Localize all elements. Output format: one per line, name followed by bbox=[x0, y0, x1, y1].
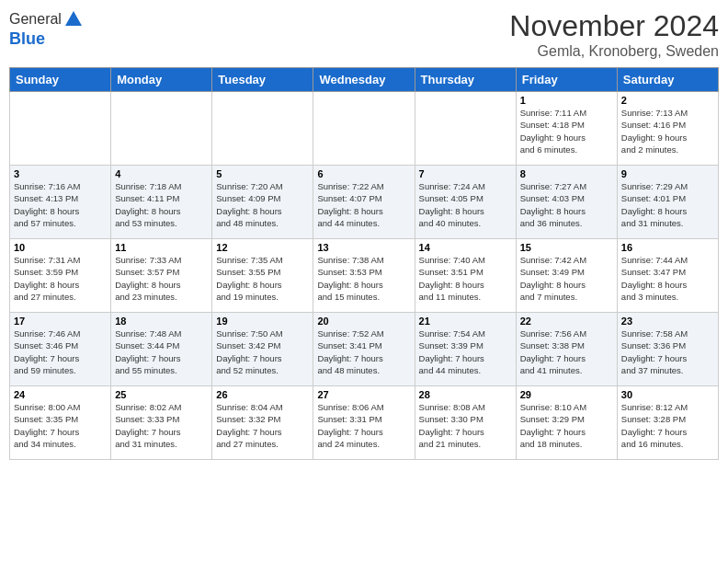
calendar-cell: 17Sunrise: 7:46 AM Sunset: 3:46 PM Dayli… bbox=[10, 313, 111, 386]
calendar-cell: 3Sunrise: 7:16 AM Sunset: 4:13 PM Daylig… bbox=[10, 166, 111, 239]
calendar-cell: 10Sunrise: 7:31 AM Sunset: 3:59 PM Dayli… bbox=[10, 239, 111, 313]
day-number: 20 bbox=[317, 316, 410, 327]
day-info: Sunrise: 7:22 AM Sunset: 4:07 PM Dayligh… bbox=[317, 180, 410, 229]
day-info: Sunrise: 8:00 AM Sunset: 3:35 PM Dayligh… bbox=[14, 401, 107, 450]
col-tuesday: Tuesday bbox=[212, 68, 313, 92]
calendar-cell bbox=[10, 92, 111, 166]
calendar-cell: 9Sunrise: 7:29 AM Sunset: 4:01 PM Daylig… bbox=[617, 166, 718, 239]
calendar-cell: 14Sunrise: 7:40 AM Sunset: 3:51 PM Dayli… bbox=[415, 239, 516, 313]
day-number: 6 bbox=[317, 168, 410, 179]
day-info: Sunrise: 8:04 AM Sunset: 3:32 PM Dayligh… bbox=[216, 401, 309, 450]
day-info: Sunrise: 8:06 AM Sunset: 3:31 PM Dayligh… bbox=[317, 401, 410, 450]
calendar-cell: 23Sunrise: 7:58 AM Sunset: 3:36 PM Dayli… bbox=[617, 313, 718, 386]
day-info: Sunrise: 7:56 AM Sunset: 3:38 PM Dayligh… bbox=[520, 327, 613, 376]
day-number: 23 bbox=[621, 316, 714, 327]
day-info: Sunrise: 7:46 AM Sunset: 3:46 PM Dayligh… bbox=[14, 327, 107, 376]
day-number: 29 bbox=[520, 389, 613, 400]
svg-marker-0 bbox=[65, 11, 82, 26]
calendar-cell: 13Sunrise: 7:38 AM Sunset: 3:53 PM Dayli… bbox=[313, 239, 415, 313]
day-number: 2 bbox=[621, 95, 714, 106]
day-number: 10 bbox=[14, 242, 107, 253]
logo-general-text: General bbox=[9, 11, 62, 28]
day-number: 28 bbox=[419, 389, 512, 400]
day-number: 26 bbox=[216, 389, 309, 400]
day-info: Sunrise: 8:02 AM Sunset: 3:33 PM Dayligh… bbox=[115, 401, 208, 450]
col-sunday: Sunday bbox=[10, 68, 111, 92]
calendar-cell: 20Sunrise: 7:52 AM Sunset: 3:41 PM Dayli… bbox=[313, 313, 415, 386]
day-number: 9 bbox=[621, 168, 714, 179]
calendar-cell: 24Sunrise: 8:00 AM Sunset: 3:35 PM Dayli… bbox=[10, 386, 111, 460]
calendar-cell bbox=[111, 92, 212, 166]
day-number: 8 bbox=[520, 168, 613, 179]
day-number: 13 bbox=[317, 242, 410, 253]
day-number: 7 bbox=[419, 168, 512, 179]
col-saturday: Saturday bbox=[617, 68, 718, 92]
day-number: 25 bbox=[115, 389, 208, 400]
calendar-cell: 1Sunrise: 7:11 AM Sunset: 4:18 PM Daylig… bbox=[516, 92, 617, 166]
day-number: 1 bbox=[520, 95, 613, 106]
calendar-cell bbox=[212, 92, 313, 166]
day-info: Sunrise: 7:33 AM Sunset: 3:57 PM Dayligh… bbox=[115, 254, 208, 303]
day-number: 3 bbox=[14, 168, 107, 179]
logo-icon bbox=[63, 9, 84, 29]
calendar-cell: 21Sunrise: 7:54 AM Sunset: 3:39 PM Dayli… bbox=[415, 313, 516, 386]
page: General Blue November 2024 Gemla, Kronob… bbox=[0, 0, 728, 563]
calendar-cell: 29Sunrise: 8:10 AM Sunset: 3:29 PM Dayli… bbox=[516, 386, 617, 460]
calendar-cell: 4Sunrise: 7:18 AM Sunset: 4:11 PM Daylig… bbox=[111, 166, 212, 239]
day-info: Sunrise: 7:58 AM Sunset: 3:36 PM Dayligh… bbox=[621, 327, 714, 376]
calendar-week-2: 10Sunrise: 7:31 AM Sunset: 3:59 PM Dayli… bbox=[10, 239, 719, 313]
day-number: 15 bbox=[520, 242, 613, 253]
calendar-table: Sunday Monday Tuesday Wednesday Thursday… bbox=[9, 67, 719, 460]
day-info: Sunrise: 8:10 AM Sunset: 3:29 PM Dayligh… bbox=[520, 401, 613, 450]
day-info: Sunrise: 7:31 AM Sunset: 3:59 PM Dayligh… bbox=[14, 254, 107, 303]
calendar-cell: 30Sunrise: 8:12 AM Sunset: 3:28 PM Dayli… bbox=[617, 386, 718, 460]
calendar-cell: 16Sunrise: 7:44 AM Sunset: 3:47 PM Dayli… bbox=[617, 239, 718, 313]
day-info: Sunrise: 7:35 AM Sunset: 3:55 PM Dayligh… bbox=[216, 254, 309, 303]
day-number: 30 bbox=[621, 389, 714, 400]
title-block: November 2024 Gemla, Kronoberg, Sweden bbox=[509, 9, 719, 60]
calendar-cell bbox=[313, 92, 415, 166]
col-friday: Friday bbox=[516, 68, 617, 92]
day-number: 12 bbox=[216, 242, 309, 253]
day-info: Sunrise: 7:13 AM Sunset: 4:16 PM Dayligh… bbox=[621, 107, 714, 155]
col-thursday: Thursday bbox=[415, 68, 516, 92]
calendar-cell: 15Sunrise: 7:42 AM Sunset: 3:49 PM Dayli… bbox=[516, 239, 617, 313]
calendar-cell: 28Sunrise: 8:08 AM Sunset: 3:30 PM Dayli… bbox=[415, 386, 516, 460]
calendar-cell: 11Sunrise: 7:33 AM Sunset: 3:57 PM Dayli… bbox=[111, 239, 212, 313]
calendar-header-row: Sunday Monday Tuesday Wednesday Thursday… bbox=[10, 68, 719, 92]
calendar-cell bbox=[415, 92, 516, 166]
day-number: 11 bbox=[115, 242, 208, 253]
day-number: 24 bbox=[14, 389, 107, 400]
calendar-week-0: 1Sunrise: 7:11 AM Sunset: 4:18 PM Daylig… bbox=[10, 92, 719, 166]
day-info: Sunrise: 7:27 AM Sunset: 4:03 PM Dayligh… bbox=[520, 180, 613, 229]
day-number: 5 bbox=[216, 168, 309, 179]
day-number: 21 bbox=[419, 316, 512, 327]
day-number: 27 bbox=[317, 389, 410, 400]
col-wednesday: Wednesday bbox=[313, 68, 415, 92]
calendar-cell: 12Sunrise: 7:35 AM Sunset: 3:55 PM Dayli… bbox=[212, 239, 313, 313]
calendar-cell: 27Sunrise: 8:06 AM Sunset: 3:31 PM Dayli… bbox=[313, 386, 415, 460]
day-number: 16 bbox=[621, 242, 714, 253]
day-info: Sunrise: 7:42 AM Sunset: 3:49 PM Dayligh… bbox=[520, 254, 613, 303]
day-info: Sunrise: 7:11 AM Sunset: 4:18 PM Dayligh… bbox=[520, 107, 613, 155]
day-number: 19 bbox=[216, 316, 309, 327]
day-number: 17 bbox=[14, 316, 107, 327]
day-info: Sunrise: 7:54 AM Sunset: 3:39 PM Dayligh… bbox=[419, 327, 512, 376]
calendar-week-3: 17Sunrise: 7:46 AM Sunset: 3:46 PM Dayli… bbox=[10, 313, 719, 386]
logo: General Blue bbox=[9, 9, 84, 49]
calendar-week-4: 24Sunrise: 8:00 AM Sunset: 3:35 PM Dayli… bbox=[10, 386, 719, 460]
day-info: Sunrise: 7:50 AM Sunset: 3:42 PM Dayligh… bbox=[216, 327, 309, 376]
day-info: Sunrise: 8:08 AM Sunset: 3:30 PM Dayligh… bbox=[419, 401, 512, 450]
day-info: Sunrise: 7:48 AM Sunset: 3:44 PM Dayligh… bbox=[115, 327, 208, 376]
day-info: Sunrise: 7:40 AM Sunset: 3:51 PM Dayligh… bbox=[419, 254, 512, 303]
calendar-cell: 22Sunrise: 7:56 AM Sunset: 3:38 PM Dayli… bbox=[516, 313, 617, 386]
day-info: Sunrise: 7:24 AM Sunset: 4:05 PM Dayligh… bbox=[419, 180, 512, 229]
logo-blue-text: Blue bbox=[9, 29, 84, 49]
calendar-cell: 5Sunrise: 7:20 AM Sunset: 4:09 PM Daylig… bbox=[212, 166, 313, 239]
day-info: Sunrise: 7:38 AM Sunset: 3:53 PM Dayligh… bbox=[317, 254, 410, 303]
calendar-cell: 2Sunrise: 7:13 AM Sunset: 4:16 PM Daylig… bbox=[617, 92, 718, 166]
month-title: November 2024 bbox=[509, 9, 719, 43]
calendar-cell: 26Sunrise: 8:04 AM Sunset: 3:32 PM Dayli… bbox=[212, 386, 313, 460]
calendar-cell: 25Sunrise: 8:02 AM Sunset: 3:33 PM Dayli… bbox=[111, 386, 212, 460]
day-info: Sunrise: 7:18 AM Sunset: 4:11 PM Dayligh… bbox=[115, 180, 208, 229]
